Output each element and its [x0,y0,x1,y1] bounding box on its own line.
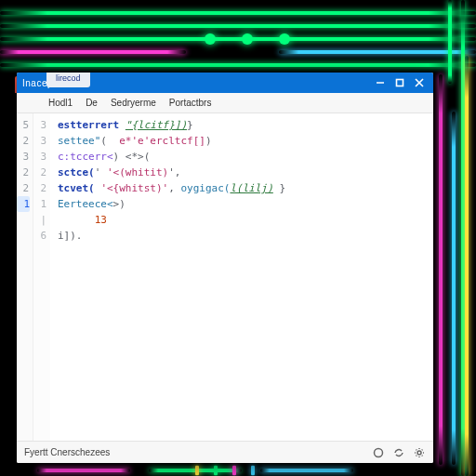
menu-item[interactable]: De [86,98,98,108]
minimize-button[interactable] [372,76,389,89]
menubar: Hodl1 De Sedryerme Portactbrs [17,93,433,113]
settings-icon[interactable] [413,446,426,459]
editor-window: Inacepcultan Hodl1 De Sedryerme Portactb… [17,73,433,463]
maximize-button[interactable] [391,76,408,89]
menu-item[interactable]: Sedryerme [111,98,156,108]
svg-rect-0 [397,80,403,86]
status-text: Fyertt Cnerschezees [24,447,110,457]
gutter-primary: 523221 [17,113,33,441]
editor-body: 523221 333221|6 estterrert "{lcitf}])}se… [17,113,433,441]
code-editor[interactable]: estterrert "{lcitf}])}settee"( e*'e'ercl… [50,113,433,441]
notification-icon[interactable] [372,446,385,459]
file-tab[interactable]: lirecod [46,73,90,87]
menu-item[interactable]: Hodl1 [48,98,73,108]
sync-icon[interactable] [392,446,405,459]
gutter-secondary: 333221|6 [33,113,50,441]
status-bar: Fyertt Cnerschezees [17,441,433,463]
close-button[interactable] [411,76,428,89]
svg-point-1 [375,448,383,456]
menu-item[interactable]: Portactbrs [169,98,212,108]
svg-point-2 [417,451,421,455]
